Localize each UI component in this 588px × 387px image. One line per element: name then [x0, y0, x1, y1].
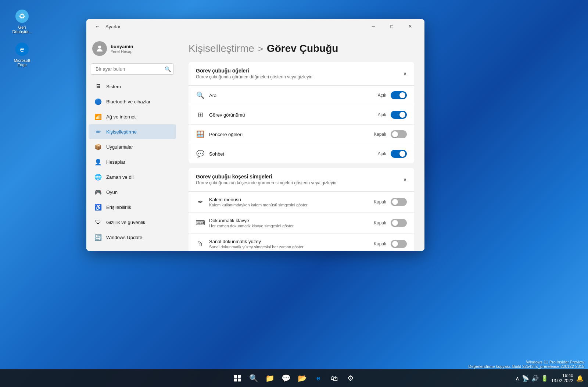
search-box: 🔍: [91, 63, 174, 75]
nav-item-oyun[interactable]: 🎮 Oyun: [89, 185, 176, 199]
taskbar-app-edge[interactable]: e: [311, 371, 326, 386]
system-tray: ∧ 📡 🔊 🔋: [515, 375, 548, 382]
date-display: 13.02.2022: [551, 378, 573, 383]
dokunmatik-toggle[interactable]: [391, 219, 407, 227]
ara-toggle[interactable]: [391, 91, 407, 99]
kalem-icon: ✒: [196, 198, 205, 206]
chevron-tray[interactable]: ∧: [515, 375, 520, 382]
pencere-label: Pencere öğeleri: [209, 132, 369, 137]
taskbar-app-settings[interactable]: ⚙: [343, 371, 358, 386]
close-button[interactable]: ✕: [402, 21, 419, 32]
nav-item-update[interactable]: 🔄 Windows Update: [89, 230, 176, 245]
nav-item-hesaplar[interactable]: 👤 Hesaplar: [89, 155, 176, 169]
sistem-icon: 🖥: [94, 83, 102, 90]
watermark-line2: Değerlendirme kopyası. Build 22543.rs_pr…: [468, 364, 584, 369]
svg-text:♻: ♻: [19, 12, 25, 20]
desktop-icon-edge[interactable]: e MicrosoftEdge: [7, 40, 37, 68]
taskbar: 🔍 📁 💬 📂 e 🛍 ⚙ ∧ 📡 🔊 🔋 16:40 13.02.2022 🔔: [0, 369, 588, 387]
start-button[interactable]: [230, 371, 245, 386]
user-type: Yerel Hesap: [111, 49, 133, 54]
bluetooth-icon: 🔵: [94, 98, 102, 105]
edge-label: MicrosoftEdge: [14, 58, 31, 67]
hesaplar-icon: 👤: [94, 158, 102, 166]
pencere-status: Kapalı: [374, 132, 386, 137]
breadcrumb: Kişiselleştirme > Görev Çubuğu: [189, 43, 414, 54]
user-profile[interactable]: bunyamin Yerel Hesap: [86, 37, 178, 60]
sanal-toggle[interactable]: [391, 240, 407, 248]
oyun-icon: 🎮: [94, 188, 102, 196]
nav-item-erisim[interactable]: ♿ Erişilebilirlik: [89, 200, 176, 214]
sohbet-status: Açık: [378, 151, 386, 156]
volume-icon[interactable]: 🔊: [531, 375, 539, 382]
svg-rect-6: [238, 375, 241, 378]
breadcrumb-current: Görev Çubuğu: [267, 43, 338, 54]
maximize-button[interactable]: □: [383, 21, 400, 32]
taskbar-app-explorer[interactable]: 📂: [295, 371, 309, 386]
setting-row-sanal: 🖱 Sanal dokunmatik yüzey Sanal dokunmati…: [189, 234, 414, 251]
nav-label-uygulamalar: Uygulamalar: [106, 144, 133, 150]
nav-item-zaman[interactable]: 🌐 Zaman ve dil: [89, 170, 176, 184]
network-icon[interactable]: 📡: [522, 375, 529, 382]
taskbar-app-chat[interactable]: 💬: [279, 371, 293, 386]
ara-status: Açık: [378, 93, 386, 98]
section1-title: Görev çubuğu öğeleri: [196, 68, 312, 74]
notification-icon[interactable]: 🔔: [576, 375, 584, 382]
taskbar-time[interactable]: 16:40 13.02.2022: [551, 373, 573, 383]
nav-item-gizlilik[interactable]: 🛡 Gizlilik ve güvenlik: [89, 215, 176, 230]
nav-item-uygulamalar[interactable]: 📦 Uygulamalar: [89, 139, 176, 154]
section1-subtitle: Görev çubuğunda görünen düğmeleri göster…: [196, 74, 312, 79]
search-input[interactable]: [91, 63, 174, 75]
desktop-icon-recycle[interactable]: ♻ GeriDönüştür...: [7, 7, 37, 35]
nav-label-gizlilik: Gizlilik ve güvenlik: [106, 220, 145, 225]
svg-rect-8: [238, 379, 241, 381]
breadcrumb-sep: >: [258, 44, 263, 54]
nav-item-kisisel[interactable]: ✏ Kişiselleştirme: [89, 124, 176, 139]
nav-label-ag: Ağ ve internet: [106, 114, 136, 120]
gorev-toggle[interactable]: [391, 111, 407, 119]
dokunmatik-sublabel: Her zaman dokunmatik klavye simgesini gö…: [209, 224, 369, 228]
nav-item-bluetooth[interactable]: 🔵 Bluetooth ve cihazlar: [89, 94, 176, 109]
minimize-button[interactable]: ─: [365, 21, 382, 32]
nav-item-ag[interactable]: 📶 Ağ ve internet: [89, 109, 176, 124]
pencere-toggle[interactable]: [391, 130, 407, 138]
settings-window: ← Ayarlar ─ □ ✕ bunyamin Yerel Hesap: [86, 19, 424, 251]
taskbar-app-store[interactable]: 🛍: [327, 371, 342, 386]
watermark-line1: Windows 11 Pro Insider Preview: [468, 360, 584, 364]
dokunmatik-icon: ⌨: [196, 219, 205, 227]
section-taskbar-items: Görev çubuğu öğeleri Görev çubuğunda gör…: [189, 62, 414, 163]
sanal-status: Kapalı: [374, 241, 386, 246]
setting-row-gorev: ⊞ Görev görünümü Açık: [189, 105, 414, 125]
nav-label-bluetooth: Bluetooth ve cihazlar: [106, 99, 151, 104]
back-button[interactable]: ←: [92, 21, 103, 32]
svg-text:e: e: [20, 45, 24, 53]
nav-label-erisim: Erişilebilirlik: [106, 205, 131, 210]
kalem-toggle[interactable]: [391, 198, 407, 206]
kalem-label: Kalem menüsü: [209, 197, 369, 202]
ara-icon: 🔍: [196, 91, 205, 100]
kisisel-icon: ✏: [94, 128, 102, 135]
uygulamalar-icon: 📦: [94, 143, 102, 150]
gorev-icon: ⊞: [196, 110, 205, 119]
user-name: bunyamin: [111, 44, 133, 49]
nav-item-sistem[interactable]: 🖥 Sistem: [89, 79, 176, 94]
search-icon: 🔍: [165, 66, 171, 72]
taskbar-right: ∧ 📡 🔊 🔋 16:40 13.02.2022 🔔: [515, 373, 584, 383]
sanal-sublabel: Sanal dokunmatik yüzey simgesini her zam…: [209, 245, 369, 249]
ara-label: Ara: [209, 93, 373, 98]
erisim-icon: ♿: [94, 203, 102, 211]
dokunmatik-label: Dokunmatik klavye: [209, 218, 369, 223]
section-taskbar-header[interactable]: Görev çubuğu öğeleri Görev çubuğunda gör…: [189, 62, 414, 86]
sohbet-toggle[interactable]: [391, 150, 407, 158]
ag-icon: 📶: [94, 113, 102, 120]
nav-label-hesaplar: Hesaplar: [106, 159, 125, 165]
taskbar-search[interactable]: 🔍: [246, 371, 261, 386]
section2-chevron: ∧: [403, 177, 407, 182]
dokunmatik-status: Kapalı: [374, 220, 386, 226]
sidebar: bunyamin Yerel Hesap 🔍 🖥 Sistem 🔵 Blueto…: [86, 34, 178, 251]
avatar: [92, 41, 107, 56]
breadcrumb-parent: Kişiselleştirme: [189, 43, 254, 54]
section-corner-header[interactable]: Görev çubuğu köşesi simgeleri Görev çubu…: [189, 168, 414, 192]
nav-label-update: Windows Update: [106, 235, 142, 240]
taskbar-app-filemgr[interactable]: 📁: [262, 371, 277, 386]
taskbar-center: 🔍 📁 💬 📂 e 🛍 ⚙: [230, 371, 358, 386]
